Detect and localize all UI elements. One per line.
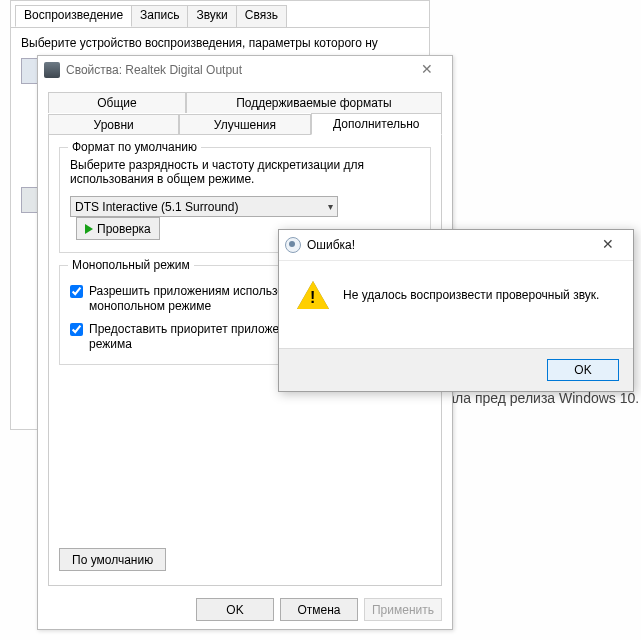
cancel-button[interactable]: Отмена [280, 598, 358, 621]
tab-levels[interactable]: Уровни [48, 114, 179, 135]
ok-button[interactable]: OK [196, 598, 274, 621]
play-icon [85, 224, 93, 234]
tab-advanced[interactable]: Дополнительно [311, 113, 442, 135]
default-format-desc: Выберите разрядность и частоту дискретиз… [70, 158, 420, 186]
error-dialog: Ошибка! ✕ Не удалось воспроизвести прове… [278, 229, 634, 392]
dialog-button-bar: OK Отмена Применить [196, 598, 442, 621]
tab-supported-formats[interactable]: Поддерживаемые форматы [186, 92, 442, 113]
format-select[interactable]: DTS Interactive (5.1 Surround) ▾ [70, 196, 338, 217]
close-icon[interactable]: ✕ [408, 59, 446, 81]
background-text: чала пред релиза Windows 10. [440, 390, 639, 406]
sound-instruction: Выберите устройство воспроизведения, пар… [21, 36, 419, 52]
window-title: Свойства: Realtek Digital Output [66, 63, 408, 77]
tab-recording[interactable]: Запись [131, 5, 188, 27]
tab-playback[interactable]: Воспроизведение [15, 5, 132, 27]
tab-general[interactable]: Общие [48, 92, 186, 113]
warning-icon [297, 281, 329, 309]
test-button-label: Проверка [97, 222, 151, 236]
tab-communications[interactable]: Связь [236, 5, 287, 27]
restore-defaults-button[interactable]: По умолчанию [59, 548, 166, 571]
device-icon [44, 62, 60, 78]
tab-sounds[interactable]: Звуки [187, 5, 236, 27]
sound-tabs: Воспроизведение Запись Звуки Связь [15, 5, 429, 27]
close-icon[interactable]: ✕ [589, 233, 627, 257]
error-ok-button[interactable]: OK [547, 359, 619, 381]
format-select-value: DTS Interactive (5.1 Surround) [75, 200, 238, 214]
info-icon [285, 237, 301, 253]
group-default-legend: Формат по умолчанию [68, 140, 201, 154]
group-exclusive-legend: Монопольный режим [68, 258, 194, 272]
tab-enhancements[interactable]: Улучшения [179, 114, 310, 135]
error-body: Не удалось воспроизвести проверочный зву… [279, 261, 633, 309]
chevron-down-icon: ▾ [328, 201, 333, 212]
checkbox-priority-exclusive-input[interactable] [70, 323, 83, 336]
error-title: Ошибка! [307, 238, 589, 252]
test-button[interactable]: Проверка [76, 217, 160, 240]
checkbox-allow-exclusive-input[interactable] [70, 285, 83, 298]
titlebar: Свойства: Realtek Digital Output ✕ [38, 56, 452, 84]
error-button-bar: OK [279, 348, 633, 391]
error-titlebar: Ошибка! ✕ [279, 230, 633, 261]
error-message: Не удалось воспроизвести проверочный зву… [343, 288, 599, 302]
apply-button: Применить [364, 598, 442, 621]
